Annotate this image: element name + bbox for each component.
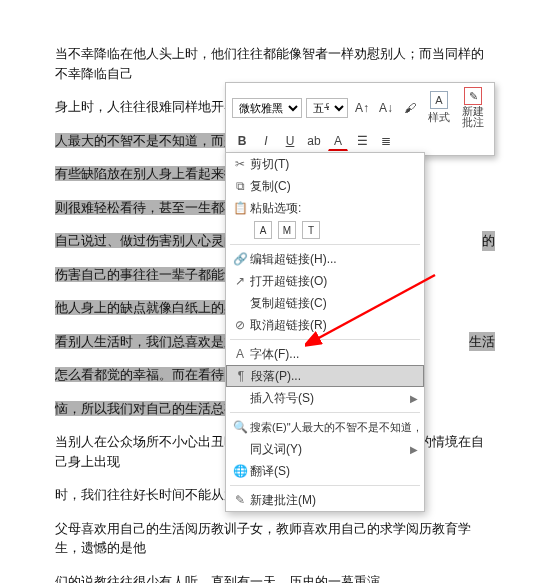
italic-button[interactable]: I (256, 131, 276, 151)
bullets-button[interactable]: ☰ (352, 131, 372, 151)
translate-icon: 🌐 (230, 464, 250, 478)
scissors-icon: ✂ (230, 157, 250, 171)
search-icon: 🔍 (230, 420, 250, 434)
menu-edit-hyperlink[interactable]: 🔗 编辑超链接(H)... (226, 248, 424, 270)
menu-remove-hyperlink[interactable]: ⊘ 取消超链接(R) (226, 314, 424, 336)
menu-cut[interactable]: ✂ 剪切(T) (226, 153, 424, 175)
menu-font[interactable]: A 字体(F)... (226, 343, 424, 365)
body-text: 父母喜欢用自己的生活阅历教训子女，教师喜欢用自己的求学阅历教育学生，遗憾的是他 (55, 521, 471, 556)
chevron-right-icon: ▶ (410, 393, 418, 404)
underline-button[interactable]: U (280, 131, 300, 151)
selected-text: 生活 (469, 332, 495, 352)
menu-new-comment[interactable]: ✎ 新建批注(M) (226, 489, 424, 511)
menu-search[interactable]: 🔍 搜索(E)"人最大的不智不是不知道，而是知…" (226, 416, 424, 438)
mini-toolbar: 微软雅黑 五号 A↑ A↓ 🖌 A 样式 ✎ 新建 批注 B I U ab A … (225, 82, 495, 156)
bold-button[interactable]: B (232, 131, 252, 151)
unlink-icon: ⊘ (230, 318, 250, 332)
paste-text-only-icon[interactable]: T (302, 221, 320, 239)
highlight-button[interactable]: ab (304, 131, 324, 151)
clipboard-icon: 📋 (230, 201, 250, 215)
font-size-select[interactable]: 五号 (306, 98, 348, 118)
paste-merge-icon[interactable]: M (278, 221, 296, 239)
menu-open-hyperlink[interactable]: ↗ 打开超链接(O) (226, 270, 424, 292)
chevron-right-icon: ▶ (410, 444, 418, 455)
comment-icon: ✎ (230, 493, 250, 507)
selected-text: 的 (482, 231, 495, 251)
context-menu: ✂ 剪切(T) ⧉ 复制(C) 📋 粘贴选项: A M T 🔗 编辑超链接(H)… (225, 152, 425, 512)
paste-option-icons: A M T (226, 219, 424, 241)
body-text: 当不幸降临在他人头上时，他们往往都能像智者一样劝慰别人；而当同样的不幸降临自己 (55, 46, 484, 81)
new-comment-button[interactable]: ✎ 新建 批注 (458, 87, 488, 128)
numbering-button[interactable]: ≣ (376, 131, 396, 151)
shrink-font-button[interactable]: A↓ (376, 98, 396, 118)
font-name-select[interactable]: 微软雅黑 (232, 98, 302, 118)
menu-paste-options: 📋 粘贴选项: (226, 197, 424, 219)
menu-synonym[interactable]: 同义词(Y) ▶ (226, 438, 424, 460)
styles-button[interactable]: A 样式 (424, 91, 454, 125)
menu-copy[interactable]: ⧉ 复制(C) (226, 175, 424, 197)
body-text: 们的说教往往很少有人听。直到有一天，历史的一幕重演。 (55, 574, 393, 584)
copy-icon: ⧉ (230, 179, 250, 193)
paste-keep-source-icon[interactable]: A (254, 221, 272, 239)
grow-font-button[interactable]: A↑ (352, 98, 372, 118)
link-icon: 🔗 (230, 252, 250, 266)
menu-translate[interactable]: 🌐 翻译(S) (226, 460, 424, 482)
paragraph-icon: ¶ (231, 369, 251, 383)
menu-insert-symbol[interactable]: 插入符号(S) ▶ (226, 387, 424, 409)
font-icon: A (230, 347, 250, 361)
menu-paragraph[interactable]: ¶ 段落(P)... (226, 365, 424, 387)
open-link-icon: ↗ (230, 274, 250, 288)
menu-copy-hyperlink[interactable]: 复制超链接(C) (226, 292, 424, 314)
format-painter-button[interactable]: 🖌 (400, 98, 420, 118)
font-color-button[interactable]: A (328, 131, 348, 151)
